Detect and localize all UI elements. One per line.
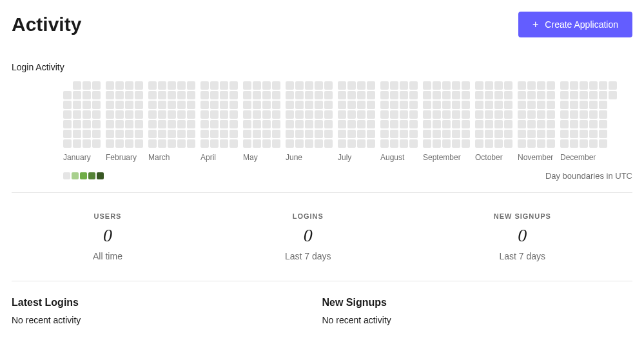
heatmap-cell — [589, 120, 598, 128]
legend-swatch-3 — [88, 172, 95, 179]
heatmap-cell — [433, 91, 441, 99]
heatmap-cell — [560, 120, 569, 128]
heatmap-cell — [357, 139, 366, 148]
heatmap-cell — [63, 139, 72, 148]
heatmap-cell — [200, 110, 209, 119]
page-title: Activity — [12, 14, 81, 35]
heatmap-month-label: August — [380, 153, 404, 162]
heatmap-cell — [106, 120, 114, 128]
heatmap-cell — [518, 110, 526, 119]
heatmap-cell — [220, 91, 228, 99]
heatmap-cell — [148, 81, 157, 90]
heatmap-cell — [380, 130, 389, 138]
create-application-button[interactable]: + Create Application — [518, 12, 632, 37]
stat-logins-value: 0 — [285, 225, 331, 246]
heatmap-cell — [262, 81, 271, 90]
latest-logins-empty: No recent activity — [12, 315, 322, 325]
stat-logins: LOGINS 0 Last 7 days — [285, 212, 331, 261]
heatmap-legend — [63, 172, 104, 179]
heatmap-cell — [475, 81, 483, 90]
heatmap-cell — [177, 139, 186, 148]
heatmap-cell — [570, 130, 578, 138]
heatmap-cell — [537, 101, 545, 109]
heatmap-cell — [295, 101, 304, 109]
heatmap-cell — [357, 110, 366, 119]
stat-logins-title: LOGINS — [285, 212, 331, 220]
heatmap-cell — [380, 139, 389, 148]
heatmap-cell — [338, 139, 346, 148]
heatmap-cell — [106, 139, 114, 148]
heatmap-cell — [527, 110, 536, 119]
heatmap-cell — [168, 120, 176, 128]
heatmap-cell — [135, 81, 143, 90]
heatmap-cell — [220, 120, 228, 128]
heatmap-cell — [106, 91, 114, 99]
heatmap-cell — [580, 81, 588, 90]
heatmap-cell — [494, 101, 503, 109]
heatmap-cell — [272, 120, 280, 128]
heatmap-cell — [253, 130, 261, 138]
heatmap-cell — [475, 101, 483, 109]
stat-signups-value: 0 — [494, 225, 551, 246]
heatmap-cell — [243, 91, 251, 99]
heatmap-cell — [324, 120, 333, 128]
stat-users-value: 0 — [93, 225, 122, 246]
heatmap-cell — [452, 91, 460, 99]
heatmap-cell — [442, 91, 451, 99]
heatmap-cell — [609, 91, 617, 99]
heatmap-cell — [253, 101, 261, 109]
heatmap-cell — [423, 81, 431, 90]
heatmap-cell — [452, 81, 460, 90]
heatmap-cell — [518, 101, 526, 109]
heatmap-cell — [380, 91, 389, 99]
heatmap-cell — [324, 101, 333, 109]
heatmap-cell — [243, 130, 251, 138]
heatmap-cell — [423, 91, 431, 99]
heatmap-cell — [580, 110, 588, 119]
heatmap-cell — [272, 101, 280, 109]
heatmap-cell — [73, 139, 81, 148]
heatmap-cell — [504, 81, 512, 90]
heatmap-cell — [168, 139, 176, 148]
heatmap-month-labels: JanuaryFebruaryMarchAprilMayJuneJulyAugu… — [12, 153, 632, 163]
heatmap-cell — [347, 120, 356, 128]
heatmap-cell — [125, 91, 133, 99]
heatmap-cell — [462, 110, 470, 119]
heatmap-cell — [286, 81, 294, 90]
heatmap-cell — [115, 139, 124, 148]
heatmap-cell — [92, 130, 101, 138]
heatmap-cell — [462, 130, 470, 138]
heatmap-cell — [560, 139, 569, 148]
heatmap-cell — [92, 101, 101, 109]
heatmap-cell — [315, 120, 323, 128]
heatmap-cell — [220, 130, 228, 138]
heatmap-cell — [243, 110, 251, 119]
heatmap-cell — [272, 139, 280, 148]
heatmap-cell — [338, 110, 346, 119]
heatmap-cell — [380, 101, 389, 109]
heatmap-cell — [338, 130, 346, 138]
heatmap-cell — [253, 110, 261, 119]
heatmap-cell — [452, 139, 460, 148]
heatmap-cell — [462, 120, 470, 128]
heatmap-cell — [315, 81, 323, 90]
heatmap-cell — [73, 120, 81, 128]
heatmap-cell — [315, 101, 323, 109]
legend-swatch-1 — [72, 172, 79, 179]
heatmap-cell — [367, 101, 375, 109]
heatmap-cell — [400, 120, 408, 128]
heatmap-cell — [462, 101, 470, 109]
heatmap-cell — [63, 110, 72, 119]
heatmap-cell — [609, 139, 617, 148]
legend-swatch-2 — [80, 172, 87, 179]
heatmap-cell — [148, 101, 157, 109]
heatmap-cell — [83, 81, 91, 90]
heatmap-cell — [272, 91, 280, 99]
heatmap-cell — [547, 110, 555, 119]
heatmap-cell — [537, 139, 545, 148]
heatmap-cell — [504, 130, 512, 138]
heatmap-cell — [560, 110, 569, 119]
heatmap-cell — [433, 110, 441, 119]
heatmap-cell — [560, 81, 569, 90]
heatmap-cell — [229, 130, 238, 138]
